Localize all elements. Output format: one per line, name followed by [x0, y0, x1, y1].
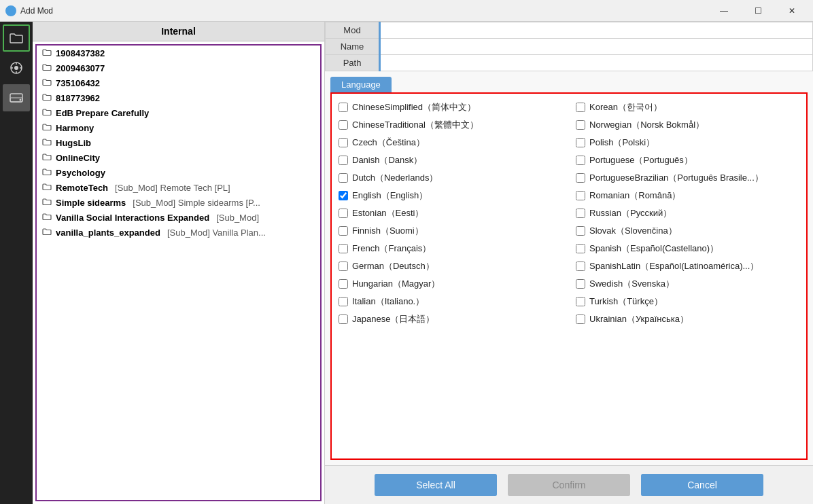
list-item[interactable]: Simple sidearms [Sub_Mod] Simple sidearm… [37, 195, 320, 210]
language-checkbox[interactable] [576, 279, 585, 289]
list-item[interactable]: 2009463077 [37, 60, 320, 75]
language-item[interactable]: Italian（Italiano.） [337, 293, 564, 310]
list-item[interactable]: RemoteTech [Sub_Mod] Remote Tech [PL] [37, 180, 320, 195]
list-item[interactable]: Harmony [37, 120, 320, 135]
language-item[interactable]: Hungarian（Magyar） [337, 276, 564, 292]
app-icon [5, 5, 16, 16]
language-label: Estonian（Eesti） [352, 207, 424, 219]
folder-icon [42, 48, 52, 58]
list-item[interactable]: OnlineCity [37, 150, 320, 165]
language-label: Portuguese（Português） [589, 154, 693, 166]
language-checkbox[interactable] [339, 191, 348, 200]
language-item[interactable]: Finnish（Suomi） [337, 223, 564, 239]
mod-list-panel: Internal 1908437382 2009463077 [33, 22, 325, 504]
language-item[interactable]: Ukrainian（Українська） [574, 311, 801, 327]
language-checkbox[interactable] [339, 103, 348, 112]
language-item[interactable]: Turkish（Türkçe） [574, 293, 801, 310]
language-label: Polish（Polski） [589, 137, 655, 149]
language-checkbox[interactable] [339, 226, 348, 236]
language-item[interactable]: Korean（한국어） [574, 99, 801, 115]
language-item[interactable]: Slovak（Slovenčina） [574, 223, 801, 239]
language-label: Norwegian（Norsk Bokmål） [589, 119, 704, 131]
language-item[interactable]: Polish（Polski） [574, 134, 801, 151]
language-item[interactable]: Estonian（Eesti） [337, 205, 564, 221]
mod-subtitle: [Sub_Mod] Vanilla Plan... [167, 228, 266, 238]
language-item[interactable]: Dutch（Nederlands） [337, 170, 564, 186]
language-checkbox[interactable] [339, 279, 348, 289]
language-checkbox[interactable] [576, 173, 585, 183]
mod-subtitle: [Sub_Mod] Simple sidearms [P... [133, 198, 260, 208]
language-checkbox[interactable] [339, 297, 348, 306]
sidebar-item-folder[interactable] [3, 24, 30, 52]
folder-icon [42, 107, 52, 118]
language-label: French（Français） [352, 242, 431, 255]
language-item[interactable]: German（Deutsch） [337, 258, 564, 274]
sidebar-item-steam[interactable] [3, 54, 30, 82]
language-checkbox[interactable] [576, 103, 585, 112]
language-checkbox[interactable] [339, 138, 348, 147]
folder-icon [42, 197, 52, 208]
language-label: English（English） [352, 190, 428, 202]
list-item[interactable]: vanilla_plants_expanded [Sub_Mod] Vanill… [37, 225, 320, 240]
list-item[interactable]: Psychology [37, 165, 320, 180]
language-item[interactable]: Norwegian（Norsk Bokmål） [574, 117, 801, 133]
language-item[interactable]: Japanese（日本語） [337, 311, 564, 327]
language-label: Finnish（Suomi） [352, 225, 423, 237]
language-checkbox[interactable] [339, 244, 348, 253]
language-item[interactable]: English（English） [337, 187, 564, 204]
mod-name: 2009463077 [56, 63, 105, 73]
language-checkbox[interactable] [339, 156, 348, 165]
language-item[interactable]: Czech（Čeština） [337, 134, 564, 151]
list-item[interactable]: HugsLib [37, 135, 320, 150]
language-checkbox[interactable] [576, 138, 585, 147]
language-item[interactable]: ChineseSimplified（简体中文） [337, 99, 564, 115]
language-checkbox[interactable] [576, 297, 585, 306]
mod-list[interactable]: 1908437382 2009463077 735106432 [35, 44, 322, 501]
language-item[interactable]: Spanish（Español(Castellano)） [574, 240, 801, 257]
folder-icon [42, 227, 52, 238]
minimize-button[interactable]: — [708, 0, 740, 22]
language-label: ChineseSimplified（简体中文） [352, 101, 476, 113]
select-all-button[interactable]: Select All [375, 474, 497, 496]
close-button[interactable]: ✕ [776, 0, 808, 22]
language-checkbox[interactable] [339, 173, 348, 183]
maximize-button[interactable]: ☐ [742, 0, 774, 22]
mod-name: 818773962 [56, 93, 100, 103]
language-checkbox[interactable] [576, 156, 585, 165]
mod-name: EdB Prepare Carefully [56, 108, 149, 118]
language-item[interactable]: SpanishLatin（Español(Latinoamérica)...） [574, 258, 801, 274]
language-checkbox[interactable] [339, 120, 348, 130]
list-item[interactable]: EdB Prepare Carefully [37, 105, 320, 120]
language-section: Language ChineseSimplified（简体中文）Korean（한… [325, 71, 813, 465]
language-item[interactable]: Russian（Русский） [574, 205, 801, 221]
language-item[interactable]: Portuguese（Português） [574, 152, 801, 168]
sidebar-item-drive[interactable] [3, 84, 30, 111]
mod-name: Simple sidearms [56, 198, 126, 208]
language-checkbox[interactable] [576, 120, 585, 130]
confirm-button: Confirm [508, 474, 630, 496]
language-item[interactable]: Swedish（Svenska） [574, 276, 801, 292]
language-checkbox[interactable] [576, 262, 585, 271]
language-checkbox[interactable] [576, 209, 585, 218]
language-checkbox[interactable] [576, 244, 585, 253]
list-item[interactable]: Vanilla Social Interactions Expanded [Su… [37, 210, 320, 225]
list-item[interactable]: 818773962 [37, 90, 320, 105]
language-item[interactable]: PortugueseBrazilian（Português Brasile...… [574, 170, 801, 186]
main-content: Internal 1908437382 2009463077 [0, 22, 813, 504]
language-checkbox[interactable] [339, 262, 348, 271]
language-checkbox[interactable] [339, 209, 348, 218]
language-item[interactable]: ChineseTraditional（繁體中文） [337, 117, 564, 133]
language-item[interactable]: Danish（Dansk） [337, 152, 564, 168]
list-item[interactable]: 1908437382 [37, 46, 320, 60]
language-item[interactable]: Romanian（Română） [574, 187, 801, 204]
language-checkbox[interactable] [339, 314, 348, 324]
folder-icon [42, 122, 52, 133]
language-item[interactable]: French（Français） [337, 240, 564, 257]
language-label: Korean（한국어） [589, 101, 662, 113]
list-item[interactable]: 735106432 [37, 75, 320, 90]
language-checkbox[interactable] [576, 314, 585, 324]
cancel-button[interactable]: Cancel [641, 474, 763, 496]
language-checkbox[interactable] [576, 226, 585, 236]
title-bar: Add Mod — ☐ ✕ [0, 0, 813, 22]
language-checkbox[interactable] [576, 191, 585, 200]
